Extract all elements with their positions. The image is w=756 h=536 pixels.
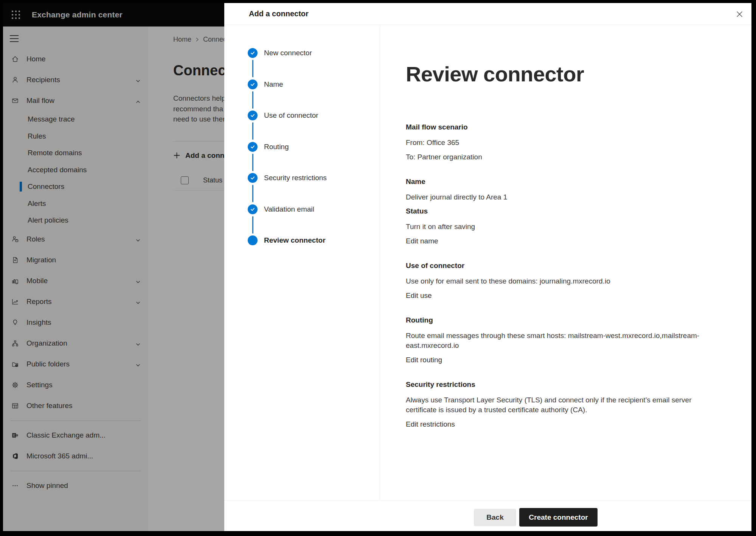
section-heading-status: Status <box>406 207 706 216</box>
step-check-icon <box>248 204 258 214</box>
add-connector-dialog: Add a connector New connector <box>224 3 751 531</box>
close-icon <box>736 11 743 18</box>
dialog-footer: Back Create connector <box>224 500 751 531</box>
step-check-icon <box>248 48 258 58</box>
review-pane: Review connector Mail flow scenario From… <box>406 25 751 500</box>
section-heading-routing: Routing <box>406 316 706 325</box>
wizard-step-use-of-connector[interactable]: Use of connector <box>224 108 380 123</box>
section-heading-mail-flow-scenario: Mail flow scenario <box>406 123 706 132</box>
step-connector-line <box>252 154 253 171</box>
step-connector-line <box>252 91 253 109</box>
mail-flow-to-value: To: Partner organization <box>406 152 706 162</box>
step-current-dot-icon <box>248 235 258 245</box>
step-connector-line <box>252 60 253 77</box>
edit-name-link[interactable]: Edit name <box>406 236 438 246</box>
step-check-icon <box>248 142 258 152</box>
edit-restrictions-link[interactable]: Edit restrictions <box>406 419 455 429</box>
section-heading-security-restrictions: Security restrictions <box>406 380 706 389</box>
step-check-icon <box>248 173 258 183</box>
section-heading-name: Name <box>406 177 706 186</box>
step-connector-line <box>252 216 253 234</box>
wizard-step-name[interactable]: Name <box>224 77 380 92</box>
close-button[interactable] <box>732 6 747 22</box>
wizard-step-validation-email[interactable]: Validation email <box>224 202 380 217</box>
wizard-step-new-connector[interactable]: New connector <box>224 45 380 61</box>
step-connector-line <box>252 185 253 202</box>
wizard-step-review-connector[interactable]: Review connector <box>224 233 380 248</box>
security-restrictions-value: Always use Transport Layer Security (TLS… <box>406 395 706 415</box>
step-check-icon <box>248 79 258 89</box>
routing-value: Route email messages through these smart… <box>406 331 706 351</box>
app-frame: Exchange admin center Home Recipients <box>3 3 751 531</box>
wizard-step-routing[interactable]: Routing <box>224 139 380 154</box>
status-value: Turn it on after saving <box>406 222 706 232</box>
edit-use-link[interactable]: Edit use <box>406 291 432 301</box>
edit-routing-link[interactable]: Edit routing <box>406 355 442 365</box>
step-check-icon <box>248 111 258 120</box>
connector-name-value: Deliver journal directly to Area 1 <box>406 192 706 202</box>
back-button[interactable]: Back <box>474 509 516 526</box>
dialog-title: Add a connector <box>249 9 309 18</box>
review-title: Review connector <box>406 62 708 86</box>
wizard-steps: New connector Name Use of connector Rout… <box>224 25 380 500</box>
mail-flow-from-value: From: Office 365 <box>406 138 706 148</box>
step-connector-line <box>252 122 253 140</box>
wizard-step-security-restrictions[interactable]: Security restrictions <box>224 170 380 185</box>
create-connector-button[interactable]: Create connector <box>519 508 598 527</box>
dialog-body: New connector Name Use of connector Rout… <box>224 25 751 500</box>
dialog-header: Add a connector <box>224 3 751 25</box>
section-heading-use-of-connector: Use of connector <box>406 261 706 270</box>
use-of-connector-value: Use only for email sent to these domains… <box>406 276 706 286</box>
